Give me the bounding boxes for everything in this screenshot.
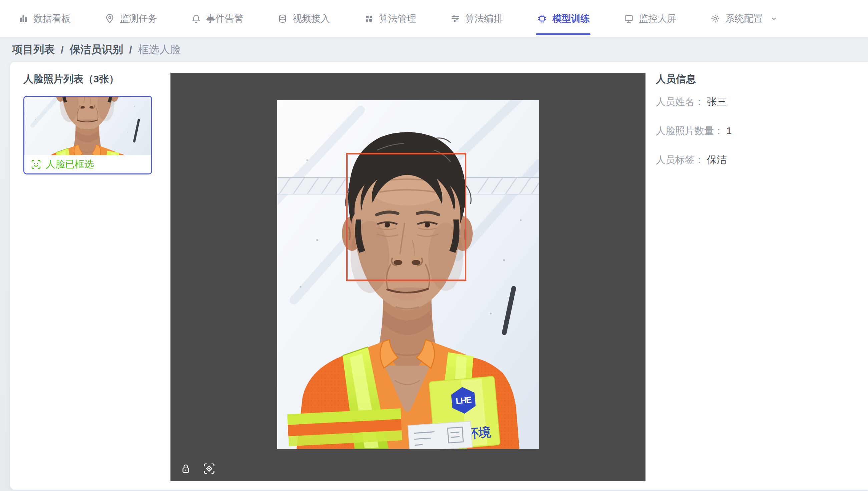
chip-icon: [537, 13, 547, 24]
breadcrumb-cleaner-recognition[interactable]: 保洁员识别: [70, 42, 123, 57]
top-nav: 数据看板 监测任务 事件告警 视频接入 算法管理: [0, 0, 868, 37]
nav-item-label: 算法编排: [465, 12, 503, 25]
photo-count-row: 人脸照片数量：1: [656, 125, 732, 137]
person-name-label: 人员姓名：: [656, 96, 704, 107]
face-bounding-box[interactable]: [346, 153, 466, 281]
person-name-row: 人员姓名：张三: [656, 96, 727, 107]
person-tag-row: 人员标签：保洁: [656, 154, 727, 166]
breadcrumb-separator: /: [61, 44, 64, 56]
content-card: 人脸照片列表（3张） 人脸已框选: [10, 62, 868, 490]
lock-button[interactable]: [179, 462, 193, 475]
nav-item-label: 系统配置: [725, 12, 762, 25]
monitor-icon: [624, 14, 634, 24]
annotation-canvas[interactable]: [171, 73, 645, 481]
location-pin-icon: [105, 14, 115, 24]
person-name-value: 张三: [707, 96, 727, 107]
face-locate-button[interactable]: [202, 462, 216, 475]
canvas-toolbar: [179, 462, 216, 475]
nav-item-monitoring-screen[interactable]: 监控大屏: [624, 0, 676, 37]
face-photo-thumbnail-image: [24, 97, 151, 155]
grid-icon: [364, 14, 374, 24]
breadcrumb-separator: /: [129, 44, 132, 56]
person-tag-value: 保洁: [707, 154, 727, 165]
sliders-icon: [450, 14, 460, 24]
breadcrumb-current-frame-face: 框选人脸: [138, 42, 181, 57]
nav-item-label: 监控大屏: [639, 12, 676, 25]
photo-list-title: 人脸照片列表（3张）: [23, 74, 119, 85]
nav-item-label: 事件告警: [206, 12, 243, 25]
nav-item-label: 模型训练: [552, 12, 590, 25]
face-photo-thumbnail[interactable]: 人脸已框选: [23, 96, 152, 174]
chevron-down-icon[interactable]: [770, 15, 778, 23]
nav-item-label: 视频接入: [293, 12, 330, 25]
bar-chart-icon: [18, 14, 28, 24]
face-scan-success-icon: [31, 159, 41, 170]
face-framed-status-label: 人脸已框选: [46, 158, 94, 171]
person-info-title: 人员信息: [656, 74, 696, 85]
nav-item-video-access[interactable]: 视频接入: [278, 0, 330, 37]
face-locate-icon: [203, 462, 215, 475]
person-tag-label: 人员标签：: [656, 154, 704, 165]
database-icon: [278, 14, 288, 24]
nav-item-label: 数据看板: [33, 12, 71, 25]
active-tab-underline: [536, 33, 590, 35]
nav-item-system-config[interactable]: 系统配置: [710, 0, 778, 37]
photo-count-label: 人脸照片数量：: [656, 125, 724, 136]
bell-icon: [191, 14, 201, 24]
photo-count-value: 1: [726, 125, 732, 136]
nav-item-label: 算法管理: [379, 12, 416, 25]
face-framed-status: 人脸已框选: [24, 155, 151, 173]
nav-item-model-training[interactable]: 模型训练: [537, 0, 590, 37]
nav-item-dashboard[interactable]: 数据看板: [18, 0, 71, 37]
lock-icon: [180, 463, 192, 474]
nav-item-algorithm-orchestration[interactable]: 算法编排: [450, 0, 503, 37]
nav-item-algorithm-management[interactable]: 算法管理: [364, 0, 416, 37]
nav-item-monitoring-tasks[interactable]: 监测任务: [105, 0, 157, 37]
breadcrumb: 项目列表 / 保洁员识别 / 框选人脸: [0, 37, 868, 62]
breadcrumb-project-list[interactable]: 项目列表: [12, 42, 55, 57]
nav-item-event-alerts[interactable]: 事件告警: [191, 0, 243, 37]
gear-icon: [710, 14, 720, 24]
nav-item-label: 监测任务: [120, 12, 157, 25]
